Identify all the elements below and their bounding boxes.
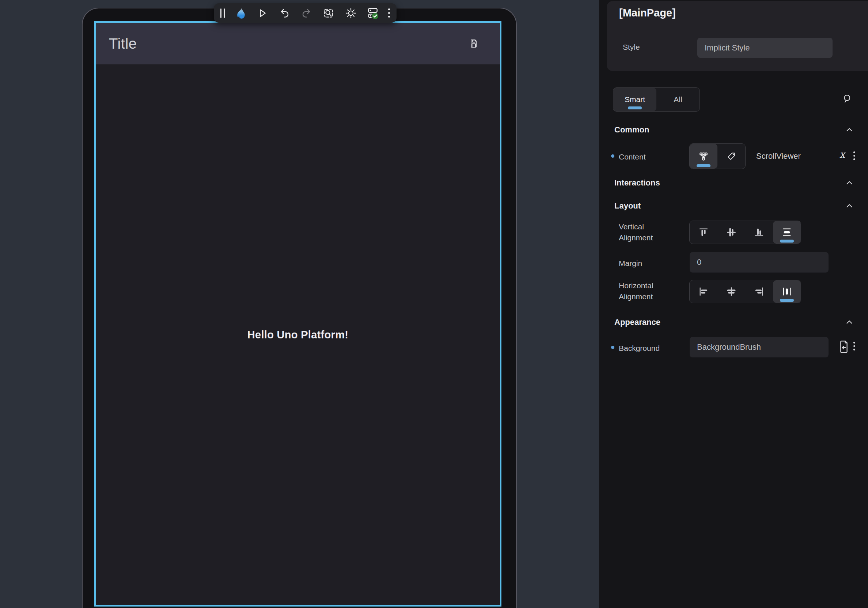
play-icon[interactable] — [255, 6, 269, 20]
content-editor-toggle — [689, 143, 746, 169]
section-interactions[interactable]: Interactions — [614, 178, 660, 188]
content-value[interactable]: ScrollViewer — [756, 151, 801, 161]
widget-tree-icon[interactable] — [690, 144, 718, 169]
resource-document-icon[interactable] — [838, 338, 850, 355]
chevron-up-icon[interactable] — [844, 201, 855, 211]
active-editor-indicator — [697, 164, 710, 167]
devtools-connected-icon[interactable] — [366, 6, 380, 20]
background-input[interactable]: BackgroundBrush — [690, 337, 829, 358]
more-menu-icon[interactable] — [388, 6, 390, 20]
background-label: Background — [619, 343, 674, 354]
vertical-alignment-toggle — [689, 221, 801, 244]
inspect-element-icon[interactable] — [322, 6, 335, 20]
active-option-indicator — [780, 239, 794, 243]
valign-bottom-icon[interactable] — [745, 221, 773, 244]
margin-label: Margin — [619, 258, 674, 269]
vertical-alignment-label: Vertical Alignment — [619, 221, 670, 244]
search-icon[interactable] — [841, 92, 854, 105]
chevron-up-icon[interactable] — [844, 177, 855, 188]
chevron-up-icon[interactable] — [844, 317, 855, 328]
active-option-indicator — [780, 299, 794, 302]
tag-icon[interactable] — [718, 144, 745, 169]
design-canvas[interactable]: Title Hello Uno Platform! — [0, 0, 599, 608]
app-title-bar[interactable]: Title — [96, 23, 500, 64]
property-filter-tabs: Smart All — [613, 87, 700, 112]
content-label: Content — [619, 151, 674, 162]
section-common[interactable]: Common — [614, 125, 649, 135]
section-appearance[interactable]: Appearance — [614, 317, 660, 327]
valign-stretch-icon[interactable] — [773, 221, 801, 244]
selected-page-surface[interactable]: Title Hello Uno Platform! — [94, 21, 501, 606]
style-label: Style — [623, 43, 640, 51]
style-input[interactable]: Implicit Style — [698, 38, 832, 58]
modified-dot — [611, 154, 614, 158]
hot-design-flame-icon[interactable] — [233, 6, 247, 20]
properties-panel: [MainPage] Style Implicit Style Smart Al… — [599, 0, 868, 608]
selected-element-card: [MainPage] Style Implicit Style — [607, 1, 868, 71]
valign-center-icon[interactable] — [718, 221, 745, 244]
theme-toggle-sun-icon[interactable] — [344, 6, 358, 20]
redo-icon[interactable] — [300, 6, 313, 20]
modified-dot — [611, 346, 614, 349]
save-icon[interactable] — [468, 39, 479, 49]
content-more-menu-icon[interactable] — [853, 151, 855, 160]
toolbar-drag-handle-icon[interactable] — [220, 6, 225, 20]
halign-center-icon[interactable] — [718, 280, 745, 303]
halign-right-icon[interactable] — [745, 280, 773, 303]
horizontal-alignment-label: Horizontal Alignment — [619, 280, 670, 303]
horizontal-alignment-toggle — [689, 280, 801, 303]
tab-smart[interactable]: Smart — [613, 88, 656, 111]
page-content[interactable]: Hello Uno Platform! — [96, 64, 500, 605]
binding-x-icon[interactable]: x — [840, 149, 845, 160]
tab-all[interactable]: All — [656, 88, 699, 111]
undo-icon[interactable] — [277, 6, 291, 20]
halign-stretch-icon[interactable] — [773, 280, 801, 303]
halign-left-icon[interactable] — [690, 280, 718, 303]
margin-input[interactable]: 0 — [690, 252, 829, 272]
valign-top-icon[interactable] — [690, 221, 718, 244]
app-title-text: Title — [109, 36, 137, 52]
background-more-menu-icon[interactable] — [853, 342, 855, 350]
device-frame: Title Hello Uno Platform! — [82, 8, 517, 608]
section-layout[interactable]: Layout — [614, 201, 641, 211]
selected-element-name: [MainPage] — [619, 7, 676, 19]
active-tab-indicator — [628, 106, 642, 109]
hello-textblock[interactable]: Hello Uno Platform! — [247, 329, 348, 341]
hot-design-toolbar — [214, 3, 397, 23]
chevron-up-icon[interactable] — [844, 124, 855, 135]
